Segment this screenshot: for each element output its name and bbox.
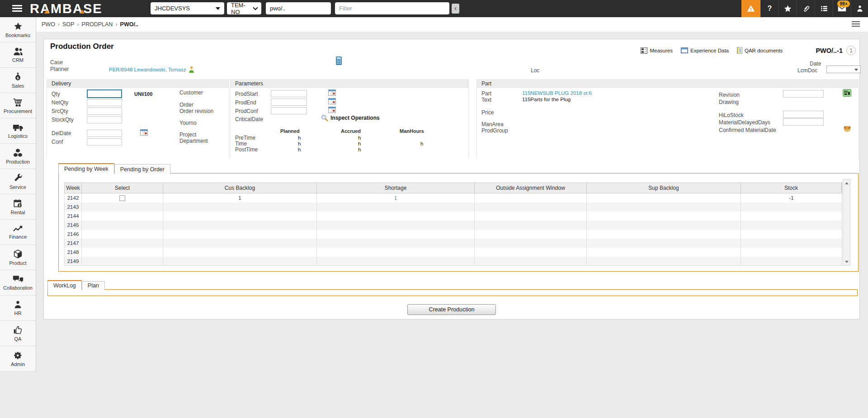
breadcrumb: PWO › SOP › PRODPLAN › PWO/..	[36, 17, 868, 32]
prodconf-input[interactable]	[271, 107, 307, 114]
unit-value: UNI/100	[134, 91, 152, 97]
stockqty-label: StockQty	[52, 117, 74, 123]
posttime-accrued: h	[358, 147, 361, 152]
user-icon	[856, 5, 864, 13]
calculator-icon[interactable]	[336, 56, 342, 67]
prodend-input[interactable]	[271, 99, 307, 106]
col-select[interactable]: Select	[82, 183, 163, 193]
qar-documents-link[interactable]: QAR documents	[737, 47, 783, 54]
sidebar-item-logistics[interactable]: Logistics	[0, 118, 36, 144]
profile-button[interactable]	[851, 0, 868, 17]
calendar-dollar-icon: $	[13, 199, 23, 208]
revision-input[interactable]	[783, 90, 824, 98]
sidebar-item-bookmarks[interactable]: Bookmarks	[0, 17, 36, 42]
experience-data-link[interactable]: Experience Data	[681, 47, 729, 53]
deldate-calendar-icon[interactable]	[140, 129, 148, 137]
logo-text: RAMBASE	[30, 1, 103, 16]
breadcrumb-item[interactable]: PRODPLAN	[82, 21, 113, 28]
conf-input[interactable]	[87, 138, 122, 146]
stockqty-input[interactable]	[87, 116, 122, 123]
prodconf-label: ProdConf	[235, 108, 258, 114]
caret-down-icon	[216, 7, 220, 10]
time-col-manhours: ManHours	[400, 128, 424, 134]
rambase-logo[interactable]: RAMBASE	[30, 0, 103, 17]
sidebar-item-rental[interactable]: $ Rental	[0, 194, 36, 220]
planner-link[interactable]: PER/8948 Lewandowski, Tomasz	[109, 67, 186, 72]
help-button[interactable]: ?	[760, 0, 778, 17]
col-outside-assignment-window[interactable]: Outside Assignment Window	[475, 183, 587, 193]
col-stock[interactable]: Stock	[741, 183, 842, 193]
sidebar-item-label: Collaboration	[3, 285, 33, 291]
system-select-value: JHCDEVSYS	[155, 5, 190, 12]
breadcrumb-item[interactable]: PWO	[42, 21, 55, 28]
document-pager[interactable]: 1	[846, 46, 856, 55]
cubes-icon	[13, 148, 23, 158]
filter-input[interactable]	[339, 5, 445, 12]
sidebar-item-production[interactable]: Production	[0, 144, 36, 169]
tab-pending-by-week[interactable]: Pending by Week	[58, 163, 114, 174]
sidebar-item-crm[interactable]: CRM	[0, 42, 36, 68]
collapse-button[interactable]: ‹	[452, 4, 459, 14]
revision-label: Revision	[719, 92, 740, 98]
prodstart-input[interactable]	[271, 90, 307, 97]
prodstart-calendar-icon[interactable]	[328, 89, 336, 98]
tab-plan[interactable]: Plan	[82, 281, 105, 290]
program-input[interactable]	[270, 5, 327, 12]
wrench-icon	[13, 174, 23, 183]
attachments-button[interactable]	[797, 0, 815, 17]
qty-input[interactable]	[87, 89, 122, 98]
table-row: 2142 1 1 -1	[64, 193, 842, 202]
sidebar-item-sales[interactable]: $ Sales	[0, 68, 36, 93]
tab-worklog[interactable]: WorkLog	[47, 280, 82, 290]
hilostock-input[interactable]	[783, 111, 824, 118]
deldate-input[interactable]	[87, 130, 122, 137]
part-link[interactable]: 115NEWSUB PLUG 2018 st:6	[522, 90, 592, 96]
vertical-scrollbar[interactable]	[843, 179, 850, 266]
prodend-calendar-icon[interactable]	[328, 98, 336, 106]
date-label: Date	[810, 61, 821, 67]
breadcrumb-item-current[interactable]: PWO/..	[120, 21, 138, 28]
sidebar-item-product[interactable]: Product	[0, 245, 36, 270]
drawing-label: Drawing	[719, 99, 739, 105]
srcqty-input[interactable]	[87, 108, 122, 115]
select-checkbox[interactable]	[119, 195, 125, 201]
col-sup-backlog[interactable]: Sup Backlog	[587, 183, 741, 193]
module-select[interactable]: TEM-NO	[227, 2, 261, 14]
sidebar-item-finance[interactable]: Finance	[0, 220, 36, 245]
watchdog-icon	[844, 125, 851, 134]
sidebar-item-hr[interactable]: HR	[0, 296, 36, 321]
sidebar-item-service[interactable]: Service	[0, 169, 36, 194]
revision-barcode-icon[interactable]	[843, 89, 851, 99]
document-icon	[737, 47, 742, 54]
col-cus-backlog[interactable]: Cus Backlog	[163, 183, 317, 193]
sidebar-item-collaboration[interactable]: Collaboration	[0, 270, 36, 296]
tasks-button[interactable]	[815, 0, 833, 17]
netqty-input[interactable]	[87, 99, 122, 106]
tab-pending-by-order[interactable]: Pending by Order	[114, 164, 170, 174]
col-shortage[interactable]: Shortage	[317, 183, 475, 193]
star-icon	[783, 5, 792, 13]
measures-link[interactable]: Measures	[641, 47, 673, 54]
sidebar-item-admin[interactable]: Admin	[0, 346, 36, 371]
sidebar-item-qa[interactable]: QA	[0, 321, 36, 346]
hamburger-menu-icon[interactable]	[12, 5, 22, 12]
favorites-button[interactable]	[778, 0, 797, 17]
alerts-button[interactable]	[741, 0, 760, 17]
create-production-button[interactable]: Create Production	[407, 304, 496, 315]
sidebar-item-procurement[interactable]: Procurement	[0, 93, 36, 118]
scroll-down-button[interactable]	[843, 258, 850, 265]
inspect-operations-link[interactable]: Inspect Operations	[321, 114, 380, 122]
person-icon	[14, 300, 22, 309]
materialdelayeddays-input[interactable]	[783, 118, 824, 126]
system-select[interactable]: JHCDEVSYS	[151, 2, 224, 14]
col-week[interactable]: Week	[65, 183, 82, 193]
measures-label: Measures	[650, 48, 673, 53]
breadcrumb-item[interactable]: SOP	[62, 21, 74, 28]
context-menu-icon[interactable]	[852, 21, 860, 28]
shortage-link[interactable]: 1	[394, 195, 397, 201]
lcmdoc-dropdown[interactable]	[826, 66, 861, 73]
scroll-up-button[interactable]	[843, 179, 850, 187]
delivery-section: Delivery Qty UNI/100 Customer NetQty Ord…	[47, 79, 229, 159]
prodconf-calendar-icon[interactable]	[328, 106, 336, 115]
table-row: 2146	[64, 230, 842, 239]
